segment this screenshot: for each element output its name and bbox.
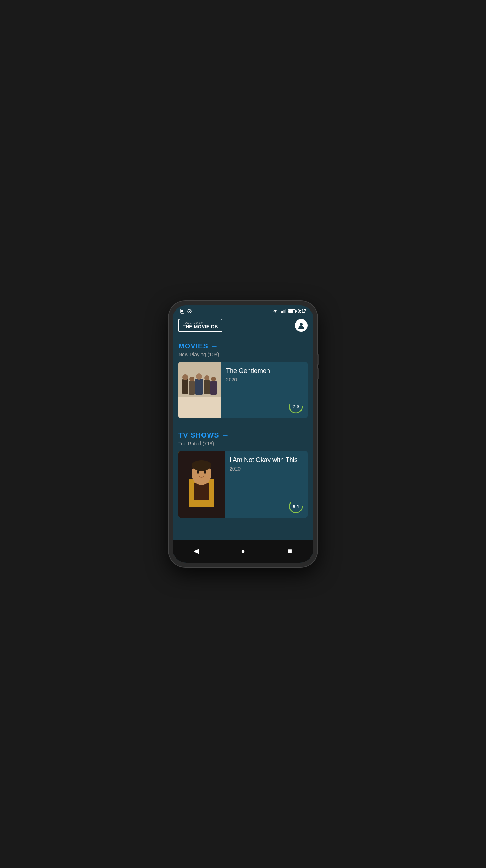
status-left [180,309,192,314]
svg-point-3 [189,311,190,312]
movie-poster [178,362,221,418]
logo-powered-text: POWERED BY [183,322,218,324]
top-bar: POWERED BY THE MOVIE DB [173,316,313,336]
svg-rect-1 [181,310,183,312]
svg-rect-8 [285,309,286,313]
svg-rect-32 [178,451,225,518]
battery-icon [288,309,296,313]
movies-title-text: MOVIES [178,342,208,350]
user-avatar[interactable] [295,319,308,332]
svg-point-9 [300,323,303,326]
status-right: 3:17 [272,309,306,314]
tv-rating-text: 8.4 [293,504,299,509]
back-button[interactable]: ◀ [190,544,203,557]
movies-subtitle: Now Playing (108) [178,352,308,357]
tv-rating-circle: 8.4 [288,499,303,514]
recent-button[interactable]: ■ [283,544,296,557]
phone-frame: 3:17 POWERED BY THE MOVIE DB MOVIES [169,301,317,567]
movie-rating-circle: 7.9 [288,399,303,414]
sim-icon [180,309,185,314]
tvshows-title-text: TV SHOWS [178,431,219,439]
movie-card-title: The Gentlemen [226,367,303,375]
movie-card-gentlemen[interactable]: The Gentlemen 2020 7.9 [178,362,308,418]
tv-card-notokay[interactable]: I Am Not Okay with This 2020 8.4 [178,451,308,518]
volume-down-button[interactable] [317,368,319,379]
tvshows-subtitle: Top Rated (718) [178,441,308,446]
tv-poster [178,451,225,518]
volume-up-button[interactable] [317,354,319,365]
movies-arrow: → [211,342,219,350]
tv-poster-art [178,451,225,518]
logo-box: POWERED BY THE MOVIE DB [178,319,222,332]
nav-bar: ◀ ● ■ [173,540,313,563]
lens-icon [187,309,192,314]
status-bar: 3:17 [173,305,313,316]
svg-point-4 [275,313,276,313]
movies-section-title[interactable]: MOVIES → [178,342,308,350]
tv-card-title: I Am Not Okay with This [230,456,303,464]
wifi-icon [272,309,278,314]
signal-icon [281,309,286,313]
status-time: 3:17 [298,309,306,314]
svg-rect-22 [178,362,221,418]
movie-poster-art [178,362,221,418]
movie-card-year: 2020 [226,377,303,383]
svg-rect-7 [283,310,285,313]
tvshows-section: TV SHOWS → Top Rated (718) [173,425,313,525]
main-content: MOVIES → Now Playing (108) [173,336,313,540]
tv-card-year: 2020 [230,466,303,472]
home-button[interactable]: ● [237,544,249,557]
svg-rect-5 [281,311,282,313]
tvshows-arrow: → [222,431,230,439]
logo-name-text: THE MOVIE DB [183,324,218,329]
phone-screen: 3:17 POWERED BY THE MOVIE DB MOVIES [173,305,313,563]
tvshows-section-title[interactable]: TV SHOWS → [178,431,308,439]
movies-section: MOVIES → Now Playing (108) [173,336,313,425]
svg-rect-6 [282,311,283,313]
movie-rating-text: 7.9 [293,404,299,409]
